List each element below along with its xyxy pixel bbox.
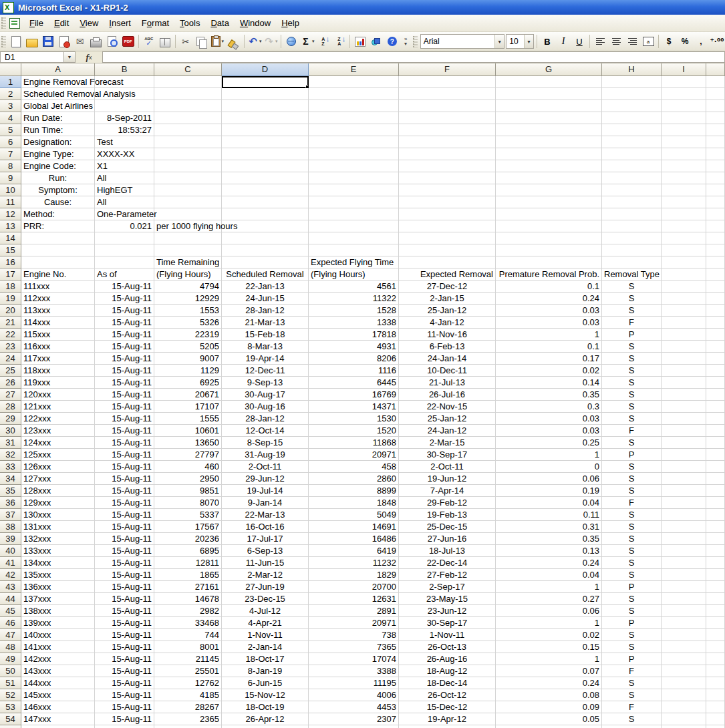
- email-icon[interactable]: ✉: [73, 34, 88, 49]
- cell[interactable]: [662, 148, 706, 160]
- cell[interactable]: 12631: [309, 593, 399, 605]
- cell[interactable]: 15-Aug-11: [95, 281, 154, 293]
- cell[interactable]: 10601: [154, 425, 222, 437]
- cell[interactable]: 135: [154, 725, 222, 728]
- cell[interactable]: 1865: [154, 569, 222, 581]
- cell[interactable]: 16-Oct-16: [222, 521, 309, 533]
- cell[interactable]: Run Date:: [21, 112, 95, 124]
- cell[interactable]: [496, 148, 602, 160]
- cell[interactable]: 14691: [309, 521, 399, 533]
- cell[interactable]: [662, 509, 706, 521]
- cell[interactable]: 0: [496, 725, 602, 728]
- cell[interactable]: Premature Removal Prob.: [496, 268, 602, 281]
- cell[interactable]: [706, 256, 725, 268]
- cell[interactable]: S: [602, 473, 662, 485]
- cell[interactable]: [399, 172, 496, 184]
- column-header-B[interactable]: B: [95, 63, 154, 76]
- cell[interactable]: 5205: [154, 341, 222, 353]
- cell[interactable]: 18-Oct-19: [222, 701, 309, 713]
- row-header-6[interactable]: 6: [0, 136, 21, 148]
- cell[interactable]: 2891: [309, 605, 399, 617]
- cell[interactable]: Engine Type:: [21, 148, 95, 160]
- cell[interactable]: 1530: [309, 413, 399, 425]
- row-header-54[interactable]: 54: [0, 713, 21, 725]
- cell[interactable]: 134xxx: [21, 557, 95, 569]
- cell[interactable]: [706, 232, 725, 244]
- cell[interactable]: [309, 160, 399, 172]
- cell[interactable]: 1: [496, 653, 602, 665]
- cell[interactable]: [706, 473, 725, 485]
- cell[interactable]: [399, 88, 496, 100]
- cell[interactable]: [706, 377, 725, 389]
- cell[interactable]: [706, 160, 725, 172]
- row-header-31[interactable]: 31: [0, 437, 21, 449]
- cell[interactable]: 25-Dec-15: [399, 521, 496, 533]
- cell[interactable]: 2950: [154, 473, 222, 485]
- cell[interactable]: (Flying Hours): [309, 268, 399, 281]
- cell[interactable]: [222, 124, 309, 136]
- cell[interactable]: One-Parameter: [95, 208, 154, 220]
- cell[interactable]: [95, 256, 154, 268]
- cell[interactable]: [706, 437, 725, 449]
- cell[interactable]: 25-Jan-12: [399, 305, 496, 317]
- cell[interactable]: 4-Jul-12: [222, 605, 309, 617]
- cell[interactable]: Engine No.: [21, 268, 95, 281]
- cell[interactable]: [706, 485, 725, 497]
- cell[interactable]: [399, 112, 496, 124]
- cell[interactable]: 127xxx: [21, 473, 95, 485]
- cell[interactable]: 22-Nov-15: [399, 401, 496, 413]
- cell[interactable]: 0.08: [496, 689, 602, 701]
- cell[interactable]: [222, 232, 309, 244]
- cell[interactable]: 15-Aug-11: [95, 689, 154, 701]
- cell[interactable]: [496, 184, 602, 196]
- cell[interactable]: Designation:: [21, 136, 95, 148]
- cell[interactable]: [662, 76, 706, 88]
- cell[interactable]: [706, 593, 725, 605]
- cell[interactable]: 2-Sep-17: [399, 581, 496, 593]
- cell[interactable]: [706, 88, 725, 100]
- column-header-F[interactable]: F: [399, 63, 496, 76]
- row-header-13[interactable]: 13: [0, 220, 21, 232]
- cell[interactable]: [399, 100, 496, 112]
- cell[interactable]: [399, 244, 496, 256]
- cell[interactable]: P: [602, 617, 662, 629]
- sort-ascending-icon[interactable]: A Z: [316, 34, 331, 49]
- cell[interactable]: 130xxx: [21, 509, 95, 521]
- cell[interactable]: 0.09: [496, 701, 602, 713]
- cell[interactable]: [706, 148, 725, 160]
- cell[interactable]: 460: [154, 461, 222, 473]
- cell[interactable]: 133xxx: [21, 545, 95, 557]
- row-header-16[interactable]: 16: [0, 256, 21, 268]
- cell[interactable]: 119xxx: [21, 377, 95, 389]
- cell[interactable]: [706, 281, 725, 293]
- font-size-combo[interactable]: 10 ▼: [506, 34, 534, 49]
- cell[interactable]: 138xxx: [21, 605, 95, 617]
- cell[interactable]: P: [602, 449, 662, 461]
- row-header-23[interactable]: 23: [0, 341, 21, 353]
- cell[interactable]: 31-Aug-19: [222, 449, 309, 461]
- column-header-I[interactable]: I: [662, 63, 706, 76]
- cell[interactable]: 20671: [154, 389, 222, 401]
- cell[interactable]: 114xxx: [21, 317, 95, 329]
- cell[interactable]: 30-Aug-16: [222, 401, 309, 413]
- cell[interactable]: 0.06: [496, 473, 602, 485]
- cell[interactable]: [662, 88, 706, 100]
- cell[interactable]: F: [602, 317, 662, 329]
- cell[interactable]: 19-Jun-12: [399, 473, 496, 485]
- cell[interactable]: [602, 88, 662, 100]
- cell[interactable]: 1-Nov-11: [222, 629, 309, 641]
- cell[interactable]: 13650: [154, 437, 222, 449]
- cell[interactable]: P: [602, 329, 662, 341]
- cell[interactable]: 16769: [309, 389, 399, 401]
- cell[interactable]: 15-Aug-11: [95, 593, 154, 605]
- cell[interactable]: 15-Aug-11: [95, 449, 154, 461]
- row-header-19[interactable]: 19: [0, 293, 21, 305]
- cell[interactable]: 121xxx: [21, 401, 95, 413]
- cell[interactable]: 6925: [154, 377, 222, 389]
- cell[interactable]: [496, 112, 602, 124]
- cell[interactable]: 15-Aug-11: [95, 401, 154, 413]
- cell[interactable]: 11232: [309, 557, 399, 569]
- cell[interactable]: 15-Aug-11: [95, 413, 154, 425]
- cell[interactable]: 15-Aug-11: [95, 617, 154, 629]
- cell[interactable]: 11322: [309, 293, 399, 305]
